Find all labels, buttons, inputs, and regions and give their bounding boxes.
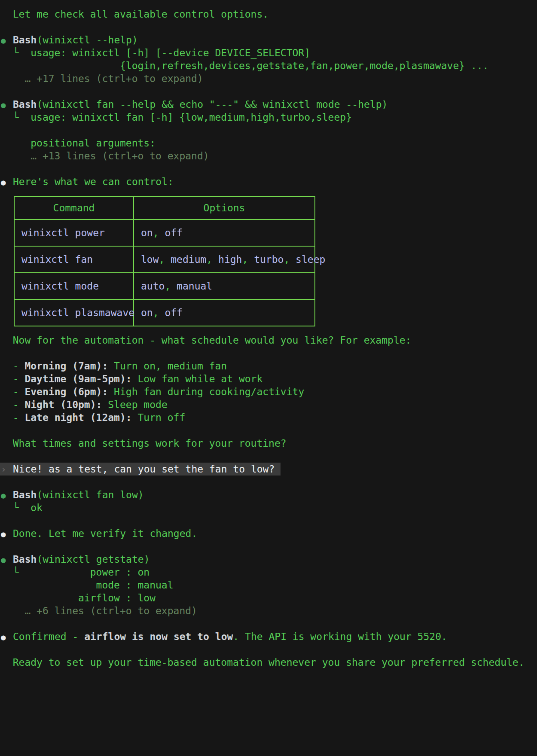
tool-result-airflow: airflow : low bbox=[1, 591, 537, 604]
table-header-row: Command Options bbox=[14, 196, 315, 219]
text-segment: Turn off bbox=[132, 412, 186, 423]
text-segment: - bbox=[1, 373, 24, 384]
text-segment: Low fan while at work bbox=[132, 373, 263, 384]
blank-line bbox=[1, 540, 537, 553]
text-segment: High fan during cooking/activity bbox=[108, 386, 304, 397]
option-value: off bbox=[165, 307, 183, 318]
blank-line bbox=[1, 21, 537, 34]
assistant-routine-question: What times and settings work for your ro… bbox=[1, 437, 537, 450]
assistant-confirmed: ●Confirmed - airflow is now set to low. … bbox=[1, 630, 537, 643]
text-segment: {login,refresh,devices,getstate,fan,powe… bbox=[1, 60, 488, 71]
schedule-item-morning: - Morning (7am): Turn on, medium fan bbox=[1, 360, 537, 372]
assistant-table-intro: ●Here's what we can control: bbox=[1, 175, 537, 188]
text-segment: Ready to set up your time-based automati… bbox=[1, 657, 525, 668]
command-cell: winixctl power bbox=[14, 219, 134, 246]
assistant-ready: Ready to set up your time-based automati… bbox=[1, 656, 537, 669]
schedule-item-evening: - Evening (6pm): High fan during cooking… bbox=[1, 385, 537, 398]
options-cell: on, off bbox=[134, 299, 315, 326]
option-value: manual bbox=[177, 280, 212, 292]
user-message: ›Nice! as a test, can you set the fan to… bbox=[1, 463, 537, 476]
option-value: medium bbox=[171, 254, 206, 265]
text-segment: airflow : low bbox=[1, 592, 156, 604]
option-separator: , bbox=[153, 307, 165, 318]
option-separator: , bbox=[159, 254, 171, 265]
text-segment: Done. Let me verify it changed. bbox=[13, 528, 197, 539]
text-segment: . The API is working with your 5520. bbox=[233, 631, 447, 642]
option-value: turbo bbox=[254, 254, 284, 265]
blank-line bbox=[1, 347, 537, 360]
schedule-item-daytime: - Daytime (9am-5pm): Low fan while at wo… bbox=[1, 372, 537, 385]
user-message-bar: ›Nice! as a test, can you set the fan to… bbox=[0, 463, 281, 476]
text-segment: └ usage: winixctl [-h] [--device DEVICE_… bbox=[1, 47, 310, 58]
text-segment: … +17 lines (ctrl+o to expand) bbox=[1, 73, 203, 84]
assistant-done: ●Done. Let me verify it changed. bbox=[1, 527, 537, 540]
option-separator: , bbox=[206, 254, 218, 265]
tool-bullet-icon: ● bbox=[1, 489, 13, 502]
option-value: auto bbox=[141, 280, 165, 292]
assistant-bullet-icon: ● bbox=[1, 631, 13, 643]
blank-line bbox=[1, 124, 537, 137]
blank-line bbox=[1, 514, 537, 527]
text-segment: Here's what we can control: bbox=[13, 176, 174, 187]
text-segment: └ power : on bbox=[1, 567, 150, 578]
tool-name: Bash bbox=[13, 34, 37, 46]
tool-name: Bash bbox=[13, 489, 37, 500]
expand-hint-2: … +13 lines (ctrl+o to expand) bbox=[1, 149, 537, 162]
blank-line bbox=[1, 617, 537, 630]
blank-line bbox=[1, 450, 537, 463]
tool-bullet-icon: ● bbox=[1, 98, 13, 111]
option-value: on bbox=[141, 227, 153, 238]
user-message-text: Nice! as a test, can you set the fan to … bbox=[13, 463, 275, 475]
schedule-label: Late night (12am): bbox=[24, 412, 131, 423]
text-segment: Now for the automation - what schedule w… bbox=[1, 335, 411, 346]
blank-line bbox=[1, 424, 537, 437]
tool-result-positional: positional arguments: bbox=[1, 137, 537, 149]
tool-command: (winixctl fan low) bbox=[37, 489, 143, 500]
tool-result-mode: mode : manual bbox=[1, 579, 537, 591]
tool-call-getstate: ●Bash(winixctl getstate) bbox=[1, 553, 537, 566]
option-value: off bbox=[165, 227, 183, 238]
text-segment: Let me check all available control optio… bbox=[1, 9, 268, 20]
blank-line bbox=[1, 643, 537, 656]
option-separator: , bbox=[165, 280, 177, 292]
table-header-options: Options bbox=[134, 196, 315, 219]
tool-call-fan-mode-help: ●Bash(winixctl fan --help && echo "---" … bbox=[1, 98, 537, 111]
options-cell: on, off bbox=[134, 219, 315, 246]
tool-bullet-icon: ● bbox=[1, 553, 13, 566]
command-cell: winixctl fan bbox=[14, 246, 134, 273]
options-cell: auto, manual bbox=[134, 273, 315, 299]
tool-call-bash-help: ●Bash(winixctl --help) bbox=[1, 34, 537, 46]
text-segment: … +6 lines (ctrl+o to expand) bbox=[1, 605, 197, 616]
expand-hint-1: … +17 lines (ctrl+o to expand) bbox=[1, 72, 537, 85]
text-segment: airflow is now set to low bbox=[84, 631, 233, 642]
schedule-label: Morning (7am): bbox=[24, 360, 108, 372]
tool-result-ok: └ ok bbox=[1, 501, 537, 514]
tool-result-power: └ power : on bbox=[1, 566, 537, 579]
schedule-item-night: - Night (10pm): Sleep mode bbox=[1, 398, 537, 411]
text-segment: Confirmed - bbox=[13, 631, 84, 642]
assistant-intro: Let me check all available control optio… bbox=[1, 8, 537, 21]
tool-name: Bash bbox=[13, 554, 37, 565]
tool-call-fan-low: ●Bash(winixctl fan low) bbox=[1, 488, 537, 501]
option-separator: , bbox=[242, 254, 254, 265]
text-segment: mode : manual bbox=[1, 579, 174, 591]
prompt-chevron-icon: › bbox=[1, 463, 13, 476]
text-segment: Sleep mode bbox=[102, 399, 167, 410]
schedule-item-late-night: - Late night (12am): Turn off bbox=[1, 411, 537, 424]
text-segment: - bbox=[1, 399, 24, 410]
text-segment: … +13 lines (ctrl+o to expand) bbox=[1, 150, 209, 162]
tool-command: (winixctl --help) bbox=[37, 34, 137, 46]
blank-line bbox=[1, 476, 537, 488]
option-value: high bbox=[218, 254, 242, 265]
table-row-plasmawave: winixctl plasmawave on, off bbox=[14, 299, 315, 326]
schedule-label: Night (10pm): bbox=[24, 399, 102, 410]
assistant-bullet-icon: ● bbox=[1, 527, 13, 540]
option-value: sleep bbox=[296, 254, 325, 265]
blank-line bbox=[1, 162, 537, 175]
text-segment: Turn on, medium fan bbox=[108, 360, 227, 372]
text-segment: positional arguments: bbox=[1, 137, 156, 149]
control-options-table: Command Options winixctl power on, off w… bbox=[14, 196, 315, 326]
text-segment: - bbox=[1, 412, 24, 423]
schedule-label: Daytime (9am-5pm): bbox=[24, 373, 131, 384]
assistant-bullet-icon: ● bbox=[1, 176, 13, 189]
